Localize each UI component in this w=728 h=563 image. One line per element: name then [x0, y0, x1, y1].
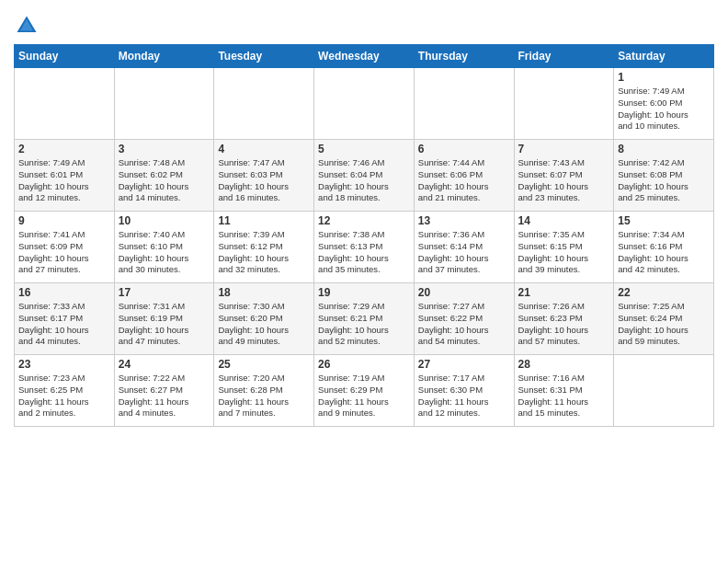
- calendar-cell: [15, 68, 115, 140]
- day-info: Sunrise: 7:38 AM Sunset: 6:13 PM Dayligh…: [318, 229, 410, 276]
- day-number: 23: [18, 358, 110, 371]
- day-number: 8: [618, 143, 710, 155]
- day-number: 18: [218, 286, 310, 299]
- day-number: 5: [318, 143, 410, 155]
- calendar-cell: 13Sunrise: 7:36 AM Sunset: 6:14 PM Dayli…: [414, 212, 514, 283]
- week-row-5: 23Sunrise: 7:23 AM Sunset: 6:25 PM Dayli…: [15, 355, 714, 427]
- weekday-header-row: SundayMondayTuesdayWednesdayThursdayFrid…: [15, 45, 714, 68]
- day-number: 15: [618, 214, 710, 227]
- calendar-cell: 16Sunrise: 7:33 AM Sunset: 6:17 PM Dayli…: [15, 283, 115, 355]
- day-info: Sunrise: 7:44 AM Sunset: 6:06 PM Dayligh…: [418, 157, 510, 204]
- weekday-header-thursday: Thursday: [414, 45, 514, 68]
- calendar-cell: 20Sunrise: 7:27 AM Sunset: 6:22 PM Dayli…: [414, 283, 514, 355]
- calendar-cell: 24Sunrise: 7:22 AM Sunset: 6:27 PM Dayli…: [114, 355, 214, 427]
- calendar-cell: [614, 355, 714, 427]
- day-number: 9: [18, 214, 110, 227]
- day-info: Sunrise: 7:19 AM Sunset: 6:29 PM Dayligh…: [318, 373, 410, 419]
- calendar-cell: 10Sunrise: 7:40 AM Sunset: 6:10 PM Dayli…: [114, 212, 214, 283]
- day-number: 11: [218, 214, 310, 227]
- calendar-cell: [114, 68, 214, 140]
- day-info: Sunrise: 7:23 AM Sunset: 6:25 PM Dayligh…: [18, 373, 110, 419]
- day-info: Sunrise: 7:26 AM Sunset: 6:23 PM Dayligh…: [518, 301, 610, 348]
- weekday-header-tuesday: Tuesday: [214, 45, 314, 68]
- calendar-table: SundayMondayTuesdayWednesdayThursdayFrid…: [14, 44, 714, 427]
- calendar-cell: 5Sunrise: 7:46 AM Sunset: 6:04 PM Daylig…: [314, 140, 415, 212]
- calendar-cell: 7Sunrise: 7:43 AM Sunset: 6:07 PM Daylig…: [514, 140, 614, 212]
- day-number: 20: [418, 286, 510, 299]
- calendar-cell: [214, 68, 314, 140]
- calendar-cell: [314, 68, 415, 140]
- day-number: 24: [119, 358, 210, 371]
- day-info: Sunrise: 7:30 AM Sunset: 6:20 PM Dayligh…: [218, 301, 310, 348]
- calendar-cell: 18Sunrise: 7:30 AM Sunset: 6:20 PM Dayli…: [214, 283, 314, 355]
- calendar-cell: 19Sunrise: 7:29 AM Sunset: 6:21 PM Dayli…: [314, 283, 415, 355]
- calendar-cell: 25Sunrise: 7:20 AM Sunset: 6:28 PM Dayli…: [214, 355, 314, 427]
- calendar-cell: 8Sunrise: 7:42 AM Sunset: 6:08 PM Daylig…: [614, 140, 714, 212]
- calendar-cell: 23Sunrise: 7:23 AM Sunset: 6:25 PM Dayli…: [15, 355, 115, 427]
- calendar-cell: 15Sunrise: 7:34 AM Sunset: 6:16 PM Dayli…: [614, 212, 714, 283]
- calendar-cell: 22Sunrise: 7:25 AM Sunset: 6:24 PM Dayli…: [614, 283, 714, 355]
- day-info: Sunrise: 7:22 AM Sunset: 6:27 PM Dayligh…: [119, 373, 210, 419]
- day-info: Sunrise: 7:46 AM Sunset: 6:04 PM Dayligh…: [318, 157, 410, 204]
- calendar-cell: 6Sunrise: 7:44 AM Sunset: 6:06 PM Daylig…: [414, 140, 514, 212]
- day-info: Sunrise: 7:48 AM Sunset: 6:02 PM Dayligh…: [119, 157, 210, 204]
- calendar-cell: 14Sunrise: 7:35 AM Sunset: 6:15 PM Dayli…: [514, 212, 614, 283]
- day-number: 28: [518, 358, 610, 371]
- day-number: 16: [18, 286, 110, 299]
- week-row-1: 1Sunrise: 7:49 AM Sunset: 6:00 PM Daylig…: [15, 68, 714, 140]
- day-info: Sunrise: 7:43 AM Sunset: 6:07 PM Dayligh…: [518, 157, 610, 204]
- calendar-cell: 3Sunrise: 7:48 AM Sunset: 6:02 PM Daylig…: [114, 140, 214, 212]
- week-row-3: 9Sunrise: 7:41 AM Sunset: 6:09 PM Daylig…: [15, 212, 714, 283]
- weekday-header-friday: Friday: [514, 45, 614, 68]
- weekday-header-sunday: Sunday: [15, 45, 115, 68]
- calendar-cell: 26Sunrise: 7:19 AM Sunset: 6:29 PM Dayli…: [314, 355, 415, 427]
- week-row-2: 2Sunrise: 7:49 AM Sunset: 6:01 PM Daylig…: [15, 140, 714, 212]
- day-number: 10: [119, 214, 210, 227]
- day-number: 12: [318, 214, 410, 227]
- day-number: 3: [119, 143, 210, 155]
- day-info: Sunrise: 7:47 AM Sunset: 6:03 PM Dayligh…: [218, 157, 310, 204]
- calendar-cell: 1Sunrise: 7:49 AM Sunset: 6:00 PM Daylig…: [614, 68, 714, 140]
- calendar-cell: 12Sunrise: 7:38 AM Sunset: 6:13 PM Dayli…: [314, 212, 415, 283]
- day-number: 4: [218, 143, 310, 155]
- day-info: Sunrise: 7:17 AM Sunset: 6:30 PM Dayligh…: [418, 373, 510, 419]
- calendar-cell: 27Sunrise: 7:17 AM Sunset: 6:30 PM Dayli…: [414, 355, 514, 427]
- day-info: Sunrise: 7:16 AM Sunset: 6:31 PM Dayligh…: [518, 373, 610, 419]
- day-info: Sunrise: 7:35 AM Sunset: 6:15 PM Dayligh…: [518, 229, 610, 276]
- calendar-cell: [514, 68, 614, 140]
- day-info: Sunrise: 7:40 AM Sunset: 6:10 PM Dayligh…: [119, 229, 210, 276]
- day-number: 6: [418, 143, 510, 155]
- day-info: Sunrise: 7:49 AM Sunset: 6:00 PM Dayligh…: [618, 86, 710, 132]
- day-number: 14: [518, 214, 610, 227]
- day-info: Sunrise: 7:31 AM Sunset: 6:19 PM Dayligh…: [119, 301, 210, 348]
- day-info: Sunrise: 7:36 AM Sunset: 6:14 PM Dayligh…: [418, 229, 510, 276]
- day-number: 22: [618, 286, 710, 299]
- page-container: SundayMondayTuesdayWednesdayThursdayFrid…: [0, 0, 728, 436]
- day-number: 19: [318, 286, 410, 299]
- logo-icon: [14, 13, 40, 39]
- day-info: Sunrise: 7:27 AM Sunset: 6:22 PM Dayligh…: [418, 301, 510, 348]
- weekday-header-saturday: Saturday: [614, 45, 714, 68]
- calendar-cell: 28Sunrise: 7:16 AM Sunset: 6:31 PM Dayli…: [514, 355, 614, 427]
- calendar-cell: 2Sunrise: 7:49 AM Sunset: 6:01 PM Daylig…: [15, 140, 115, 212]
- day-number: 17: [119, 286, 210, 299]
- calendar-cell: 17Sunrise: 7:31 AM Sunset: 6:19 PM Dayli…: [114, 283, 214, 355]
- day-info: Sunrise: 7:33 AM Sunset: 6:17 PM Dayligh…: [18, 301, 110, 348]
- day-info: Sunrise: 7:20 AM Sunset: 6:28 PM Dayligh…: [218, 373, 310, 419]
- logo: [14, 13, 43, 39]
- day-info: Sunrise: 7:49 AM Sunset: 6:01 PM Dayligh…: [18, 157, 110, 204]
- day-info: Sunrise: 7:34 AM Sunset: 6:16 PM Dayligh…: [618, 229, 710, 276]
- day-number: 21: [518, 286, 610, 299]
- day-info: Sunrise: 7:42 AM Sunset: 6:08 PM Dayligh…: [618, 157, 710, 204]
- calendar-cell: 4Sunrise: 7:47 AM Sunset: 6:03 PM Daylig…: [214, 140, 314, 212]
- calendar-cell: 21Sunrise: 7:26 AM Sunset: 6:23 PM Dayli…: [514, 283, 614, 355]
- day-number: 1: [618, 71, 710, 84]
- day-number: 25: [218, 358, 310, 371]
- day-info: Sunrise: 7:29 AM Sunset: 6:21 PM Dayligh…: [318, 301, 410, 348]
- calendar-cell: [414, 68, 514, 140]
- day-number: 27: [418, 358, 510, 371]
- day-number: 26: [318, 358, 410, 371]
- day-number: 2: [18, 143, 110, 155]
- day-info: Sunrise: 7:41 AM Sunset: 6:09 PM Dayligh…: [18, 229, 110, 276]
- day-info: Sunrise: 7:39 AM Sunset: 6:12 PM Dayligh…: [218, 229, 310, 276]
